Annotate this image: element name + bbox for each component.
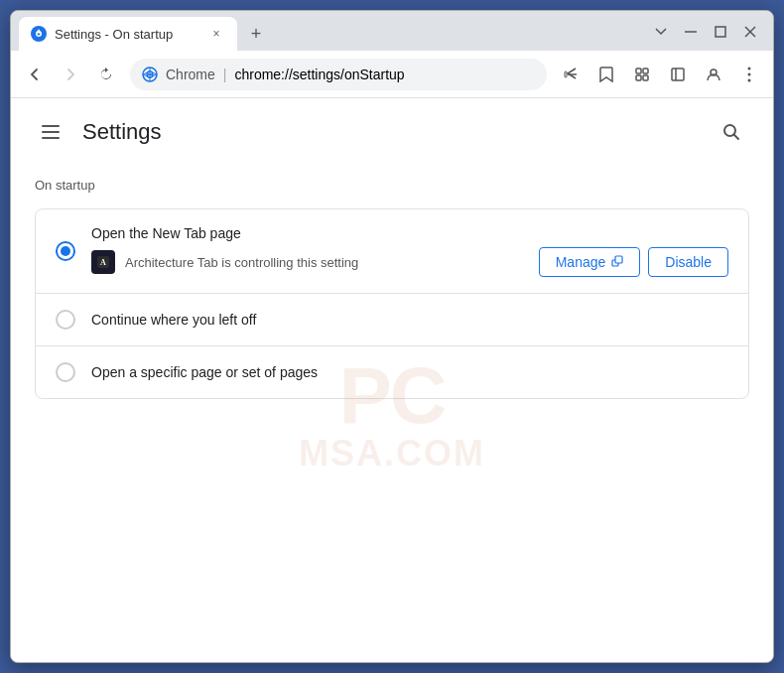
svg-rect-11 <box>636 75 641 80</box>
radio-new-tab[interactable] <box>56 241 75 261</box>
option-continue-label: Continue where you left off <box>91 312 728 328</box>
option-new-tab-label: Open the New Tab page <box>91 225 728 241</box>
address-separator: | <box>223 67 227 82</box>
svg-point-17 <box>748 72 751 75</box>
page-content: Settings PC MSA.COM On startup <box>11 98 773 662</box>
settings-body: PC MSA.COM On startup Open the New Tab p… <box>11 166 773 662</box>
external-link-icon <box>611 255 623 270</box>
back-button[interactable] <box>19 59 51 90</box>
svg-rect-12 <box>643 75 648 80</box>
minimize-button[interactable] <box>684 25 698 39</box>
option-continue[interactable]: Continue where you left off <box>36 293 748 345</box>
extension-icon: A <box>91 250 115 274</box>
radio-inner-new-tab <box>61 246 70 256</box>
svg-text:A: A <box>100 258 106 267</box>
menu-line-1 <box>42 125 60 127</box>
option-new-tab-content: Open the New Tab page A Architecture Tab… <box>91 225 728 277</box>
extensions-button[interactable] <box>626 59 658 90</box>
svg-rect-10 <box>643 68 648 73</box>
bookmark-button[interactable] <box>590 59 622 90</box>
title-bar: Settings - On startup × + <box>11 11 773 51</box>
reload-button[interactable] <box>90 59 122 90</box>
nav-bar: Chrome | chrome://settings/onStartup <box>11 51 773 98</box>
option-specific-content: Open a specific page or set of pages <box>91 364 728 380</box>
active-tab: Settings - On startup × <box>19 17 237 51</box>
window-controls <box>654 17 765 51</box>
share-button[interactable] <box>555 59 587 90</box>
close-button[interactable] <box>743 25 757 39</box>
settings-header: Settings <box>11 98 773 166</box>
svg-line-20 <box>734 135 739 140</box>
menu-button[interactable] <box>733 59 765 90</box>
settings-search-button[interactable] <box>714 114 749 150</box>
tab-favicon <box>31 26 47 42</box>
option-specific[interactable]: Open a specific page or set of pages <box>36 345 748 398</box>
extension-control-text: Architecture Tab is controlling this set… <box>125 255 529 270</box>
disable-button[interactable]: Disable <box>648 247 728 277</box>
svg-rect-13 <box>672 68 684 80</box>
extension-action-buttons: Manage Disable <box>539 247 728 277</box>
site-security-icon <box>142 67 158 82</box>
svg-rect-9 <box>636 68 641 73</box>
address-site: Chrome <box>166 67 215 82</box>
address-bar[interactable]: Chrome | chrome://settings/onStartup <box>130 59 547 90</box>
svg-rect-23 <box>615 256 622 263</box>
sidebar-button[interactable] <box>662 59 694 90</box>
menu-line-2 <box>42 131 60 133</box>
profile-button[interactable] <box>698 59 729 90</box>
show-tabs-button[interactable] <box>654 25 668 39</box>
tab-close-button[interactable]: × <box>207 25 225 43</box>
option-specific-label: Open a specific page or set of pages <box>91 364 728 380</box>
hamburger-menu-button[interactable] <box>35 116 66 148</box>
maximize-button[interactable] <box>714 25 727 39</box>
page-title: Settings <box>82 119 698 145</box>
svg-rect-8 <box>565 71 567 77</box>
svg-rect-2 <box>716 27 725 37</box>
extension-notice: A Architecture Tab is controlling this s… <box>91 247 728 277</box>
watermark-url: MSA.COM <box>299 436 485 471</box>
svg-point-18 <box>748 78 751 81</box>
settings-card: Open the New Tab page A Architecture Tab… <box>35 208 749 399</box>
browser-window: Settings - On startup × + <box>10 10 774 663</box>
new-tab-button[interactable]: + <box>241 19 271 49</box>
forward-button[interactable] <box>55 59 86 90</box>
radio-continue[interactable] <box>56 310 75 330</box>
option-new-tab[interactable]: Open the New Tab page A Architecture Tab… <box>36 209 748 293</box>
toolbar-icons <box>555 59 765 90</box>
section-label: On startup <box>35 174 749 197</box>
option-continue-content: Continue where you left off <box>91 312 728 328</box>
tab-title: Settings - On startup <box>55 27 199 42</box>
address-path: chrome://settings/onStartup <box>234 67 404 82</box>
svg-point-16 <box>748 67 751 69</box>
manage-button[interactable]: Manage <box>539 247 641 277</box>
radio-specific[interactable] <box>56 362 75 382</box>
menu-line-3 <box>42 137 60 139</box>
